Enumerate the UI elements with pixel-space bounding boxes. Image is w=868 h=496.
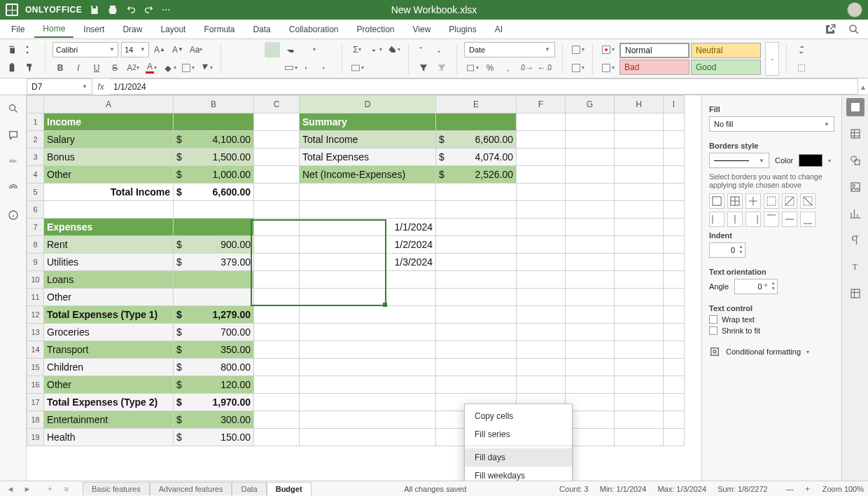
- col-header-A[interactable]: A: [44, 96, 174, 113]
- cell-E15[interactable]: [436, 359, 517, 376]
- pivot-settings-icon[interactable]: [846, 284, 864, 303]
- cell-D4[interactable]: Net (Income-Expenses): [300, 166, 436, 184]
- cell-C17[interactable]: [254, 394, 300, 411]
- cell-I13[interactable]: [664, 324, 685, 341]
- cell-H9[interactable]: [615, 254, 664, 271]
- cell-D15[interactable]: [300, 359, 436, 376]
- cut-icon[interactable]: [22, 42, 38, 57]
- undo-icon[interactable]: [125, 4, 136, 15]
- cell-G14[interactable]: [566, 341, 615, 359]
- cell-B4[interactable]: $1,000.00: [174, 166, 254, 184]
- cell-F13[interactable]: [517, 324, 566, 341]
- cell-D6[interactable]: [300, 201, 436, 219]
- cell-E8[interactable]: [436, 236, 517, 254]
- border-bottom-icon[interactable]: [800, 212, 816, 227]
- cell-B18[interactable]: $300.00: [174, 411, 254, 429]
- cell-G1[interactable]: [566, 113, 615, 131]
- add-sheet-icon[interactable]: ＋: [43, 483, 56, 495]
- cell-E10[interactable]: [436, 271, 517, 289]
- cell-I19[interactable]: [664, 429, 685, 446]
- cell-G7[interactable]: [566, 219, 615, 236]
- cell-A18[interactable]: Entertainment: [44, 411, 174, 429]
- cell-D3[interactable]: Total Expenses: [300, 149, 436, 166]
- sort-asc-icon[interactable]: [416, 42, 431, 57]
- row-header-2[interactable]: 2: [27, 131, 44, 149]
- cell-B7[interactable]: [174, 219, 254, 236]
- col-header-I[interactable]: I: [664, 96, 685, 113]
- cell-C6[interactable]: [254, 201, 300, 219]
- wrap-text-icon[interactable]: [283, 42, 298, 57]
- cell-C8[interactable]: [254, 236, 300, 254]
- comma-icon[interactable]: ,: [500, 60, 516, 76]
- cell-E6[interactable]: [436, 201, 517, 219]
- copy-icon[interactable]: [4, 42, 20, 57]
- cell-C4[interactable]: [254, 166, 300, 184]
- cell-H8[interactable]: [615, 236, 664, 254]
- cell-G17[interactable]: [566, 394, 615, 411]
- cell-E16[interactable]: [436, 376, 517, 394]
- cell-B10[interactable]: [174, 271, 254, 289]
- cell-G11[interactable]: [566, 289, 615, 306]
- cell-C10[interactable]: [254, 271, 300, 289]
- cell-F4[interactable]: [517, 166, 566, 184]
- ctx-fill-days[interactable]: Fill days: [465, 448, 572, 467]
- cell-G18[interactable]: [566, 411, 615, 429]
- cell-B5[interactable]: $6,600.00: [174, 184, 254, 201]
- sheet-next-icon[interactable]: ►: [21, 483, 34, 495]
- align-bottom-icon[interactable]: [265, 42, 280, 57]
- font-color-icon[interactable]: A▾: [144, 60, 159, 76]
- shape-settings-icon[interactable]: [846, 151, 864, 170]
- cell-A16[interactable]: Other: [44, 376, 174, 394]
- fill-color-icon[interactable]: ▾: [162, 60, 177, 76]
- cell-D19[interactable]: [300, 429, 436, 446]
- comments-icon[interactable]: [6, 128, 21, 143]
- menu-ai[interactable]: AI: [486, 22, 511, 37]
- menu-collaboration[interactable]: Collaboration: [281, 22, 347, 37]
- cell-A7[interactable]: Expenses: [44, 219, 174, 236]
- cell-E12[interactable]: [436, 306, 517, 324]
- align-right-icon[interactable]: [265, 60, 280, 76]
- cell-A9[interactable]: Utilities: [44, 254, 174, 271]
- menu-protection[interactable]: Protection: [349, 22, 403, 37]
- wrap-text-checkbox[interactable]: Wrap text: [709, 315, 834, 324]
- style-bad[interactable]: Bad: [620, 60, 690, 75]
- number-format-select[interactable]: Date▼: [464, 42, 555, 57]
- open-location-icon[interactable]: [823, 22, 837, 36]
- cell-G15[interactable]: [566, 359, 615, 376]
- cell-E1[interactable]: [436, 113, 517, 131]
- cell-F11[interactable]: [517, 289, 566, 306]
- cell-B13[interactable]: $700.00: [174, 324, 254, 341]
- cell-H15[interactable]: [615, 359, 664, 376]
- save-icon[interactable]: [89, 4, 100, 15]
- borders-icon[interactable]: ▾: [180, 60, 195, 76]
- cell-G9[interactable]: [566, 254, 615, 271]
- cell-E4[interactable]: $2,526.00: [436, 166, 517, 184]
- cell-I4[interactable]: [664, 166, 685, 184]
- cell-D13[interactable]: [300, 324, 436, 341]
- col-header-B[interactable]: B: [174, 96, 254, 113]
- cell-C15[interactable]: [254, 359, 300, 376]
- sheet-prev-icon[interactable]: ◄: [4, 483, 17, 495]
- cell-F16[interactable]: [517, 376, 566, 394]
- cell-D8[interactable]: 1/2/2024: [300, 236, 436, 254]
- cell-A10[interactable]: Loans: [44, 271, 174, 289]
- cell-G8[interactable]: [566, 236, 615, 254]
- spellcheck-icon[interactable]: ᴬᴮᶜ: [6, 154, 21, 170]
- cell-B9[interactable]: $379.00: [174, 254, 254, 271]
- row-header-4[interactable]: 4: [27, 166, 44, 184]
- table-template-icon[interactable]: ▾: [600, 60, 615, 76]
- cell-E7[interactable]: [436, 219, 517, 236]
- row-header-14[interactable]: 14: [27, 341, 44, 359]
- indent-dec-icon[interactable]: [301, 60, 316, 76]
- cell-H5[interactable]: [615, 184, 664, 201]
- sheet-list-icon[interactable]: ≡: [60, 483, 73, 495]
- about-icon[interactable]: [6, 207, 21, 223]
- format-painter-icon[interactable]: [22, 60, 38, 76]
- cell-H13[interactable]: [615, 324, 664, 341]
- cell-A4[interactable]: Other: [44, 166, 174, 184]
- cond-format-icon[interactable]: ▾: [600, 42, 615, 57]
- cell-F5[interactable]: [517, 184, 566, 201]
- cell-G3[interactable]: [566, 149, 615, 166]
- cell-D10[interactable]: [300, 271, 436, 289]
- sort-desc-icon[interactable]: [434, 42, 449, 57]
